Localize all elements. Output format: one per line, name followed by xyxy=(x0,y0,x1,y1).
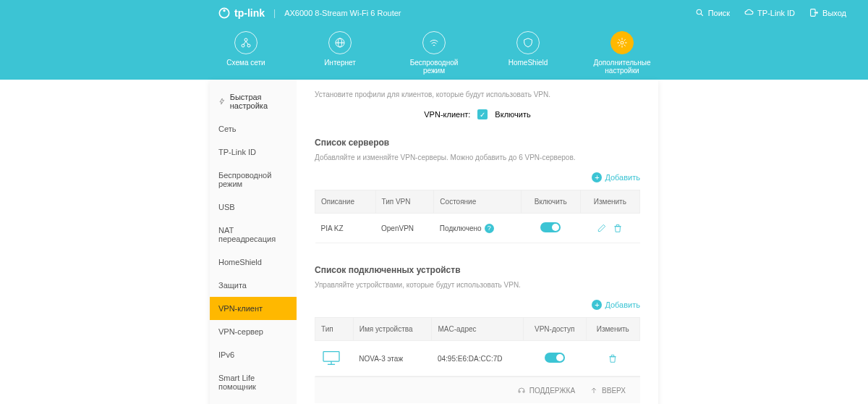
server-type: OpenVPN xyxy=(375,214,434,243)
sidebar-network[interactable]: Сеть xyxy=(210,117,297,140)
help-icon[interactable]: ? xyxy=(485,224,494,233)
add-device-label: Добавить xyxy=(605,300,640,309)
sidebar-item-label: VPN-клиент xyxy=(218,304,263,313)
nav-homeshield[interactable]: HomeShield xyxy=(499,31,557,80)
model-text: AX6000 8-Stream Wi-Fi 6 Router xyxy=(284,9,401,17)
sidebar-tplinkid[interactable]: TP-Link ID xyxy=(210,140,297,164)
th-type: Тип VPN xyxy=(375,190,434,214)
tplinkid-link[interactable]: TP-Link ID xyxy=(744,8,795,17)
sidebar-quick-setup[interactable]: Быстрая настройка xyxy=(210,85,297,117)
nav-advanced[interactable]: Дополнительные настройки xyxy=(593,31,651,80)
device-row: NOVA-3 этаж 04:95:E6:DA:CC:7D xyxy=(315,341,640,376)
sidebar-usb[interactable]: USB xyxy=(210,195,297,219)
svg-rect-14 xyxy=(323,352,339,362)
server-status: Подключено xyxy=(440,224,482,232)
search-label: Поиск xyxy=(708,9,730,17)
top-bar: tp-link | AX6000 8-Stream Wi-Fi 6 Router… xyxy=(0,0,868,25)
sidebar-ipv6[interactable]: IPv6 xyxy=(210,343,297,366)
search-icon xyxy=(695,8,705,17)
enable-checkbox[interactable]: ✓ xyxy=(477,109,488,119)
divider: | xyxy=(273,8,276,18)
nav-network-map[interactable]: Схема сети xyxy=(217,31,275,80)
th-edit: Изменить xyxy=(580,190,639,214)
headset-icon xyxy=(517,386,526,395)
support-label: ПОДДЕРЖКА xyxy=(529,387,575,395)
servers-table: Описание Тип VPN Состояние Включить Изме… xyxy=(315,190,640,243)
sidebar-wireless[interactable]: Беспроводной режим xyxy=(210,164,297,195)
devices-desc: Управляйте устройствами, которые будут и… xyxy=(315,281,640,289)
device-name: NOVA-3 этаж xyxy=(353,341,432,376)
enable-label: Включить xyxy=(495,110,530,119)
network-icon xyxy=(240,37,252,49)
delete-icon[interactable] xyxy=(613,223,623,233)
svg-point-5 xyxy=(244,38,247,41)
search-link[interactable]: Поиск xyxy=(695,8,730,17)
delete-icon[interactable] xyxy=(608,353,618,363)
th-mac: MAC-адрес xyxy=(432,318,523,341)
logo-area: tp-link | AX6000 8-Stream Wi-Fi 6 Router xyxy=(217,6,401,20)
devices-table: Тип Имя устройства MAC-адрес VPN-доступ … xyxy=(315,317,640,376)
logout-link[interactable]: Выход xyxy=(809,8,846,17)
sidebar-item-label: VPN-сервер xyxy=(218,327,263,336)
sidebar-homeshield[interactable]: HomeShield xyxy=(210,251,297,274)
top-right-menu: Поиск TP-Link ID Выход xyxy=(695,8,846,17)
sidebar-item-label: TP-Link ID xyxy=(218,148,256,156)
logout-label: Выход xyxy=(822,9,846,17)
sidebar-nat[interactable]: NAT переадресация xyxy=(210,219,297,251)
sidebar-item-label: Беспроводной режим xyxy=(218,171,288,188)
th-edit: Изменить xyxy=(586,318,639,341)
nav-label: Интернет xyxy=(324,59,356,67)
globe-icon xyxy=(334,37,346,49)
device-mac: 04:95:E6:DA:CC:7D xyxy=(432,341,523,376)
up-link[interactable]: ВВЕРХ xyxy=(590,386,626,395)
add-server-link[interactable]: + Добавить xyxy=(315,172,640,182)
sidebar-item-label: Быстрая настройка xyxy=(230,93,288,110)
sidebar-item-label: Защита xyxy=(218,281,247,290)
main-container: Быстрая настройка Сеть TP-Link ID Беспро… xyxy=(210,80,658,404)
footer: ПОДДЕРЖКА ВВЕРХ xyxy=(315,376,640,403)
edit-icon[interactable] xyxy=(597,223,607,233)
sidebar-smartlife[interactable]: Smart Life помощник xyxy=(210,366,297,398)
cloud-icon xyxy=(744,8,754,17)
nav-label: Дополнительные настройки xyxy=(593,59,651,75)
arrow-up-icon xyxy=(590,386,598,395)
server-toggle[interactable] xyxy=(540,222,561,232)
computer-icon xyxy=(321,350,341,366)
servers-desc: Добавляйте и изменяйте VPN-серверы. Можн… xyxy=(315,153,640,161)
sidebar-easymesh[interactable]: EasyMesh xyxy=(210,398,297,404)
nav-internet[interactable]: Интернет xyxy=(311,31,369,80)
tplink-logo-icon xyxy=(217,6,231,20)
server-desc: PIA KZ xyxy=(315,214,376,243)
svg-point-7 xyxy=(247,44,250,47)
nav-wireless[interactable]: Беспроводной режим xyxy=(405,31,463,80)
lightning-icon xyxy=(218,97,226,106)
th-desc: Описание xyxy=(315,190,376,214)
nav-label: HomeShield xyxy=(509,59,548,67)
sidebar-item-label: Сеть xyxy=(218,125,236,133)
th-type: Тип xyxy=(315,318,354,341)
logout-icon xyxy=(809,8,819,17)
wifi-icon xyxy=(428,37,440,49)
support-link[interactable]: ПОДДЕРЖКА xyxy=(517,386,575,395)
svg-point-13 xyxy=(621,41,624,44)
gear-icon xyxy=(616,37,628,49)
add-device-link[interactable]: + Добавить xyxy=(315,300,640,310)
device-toggle[interactable] xyxy=(545,353,565,363)
server-row: PIA KZ OpenVPN Подключено? xyxy=(315,214,640,243)
intro-text: Установите профили для клиентов, которые… xyxy=(315,91,640,98)
sidebar-vpn-server[interactable]: VPN-сервер xyxy=(210,320,297,343)
sidebar-item-label: NAT переадресация xyxy=(218,226,288,243)
sidebar-item-label: USB xyxy=(218,203,235,211)
nav-label: Схема сети xyxy=(226,59,265,67)
svg-point-2 xyxy=(697,9,702,14)
sidebar-item-label: IPv6 xyxy=(218,350,234,359)
th-name: Имя устройства xyxy=(353,318,432,341)
th-status: Состояние xyxy=(434,190,521,214)
vpn-client-label: VPN-клиент: xyxy=(424,110,470,119)
sidebar-vpn-client[interactable]: VPN-клиент xyxy=(210,297,297,320)
brand-logo: tp-link xyxy=(217,6,265,20)
brand-text: tp-link xyxy=(234,7,265,19)
sidebar-item-label: HomeShield xyxy=(218,258,262,266)
sidebar-item-label: Smart Life помощник xyxy=(218,374,288,391)
sidebar-security[interactable]: Защита xyxy=(210,274,297,297)
